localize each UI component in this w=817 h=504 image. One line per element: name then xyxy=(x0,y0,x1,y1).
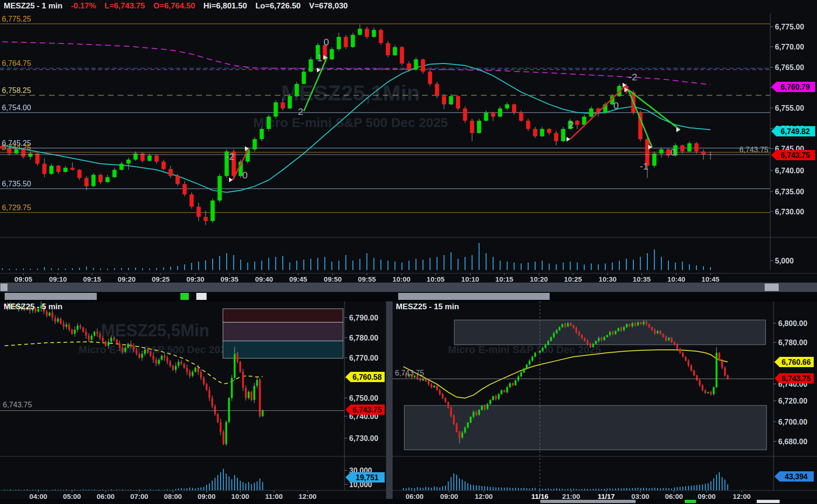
volume-bar xyxy=(570,489,571,490)
time-axis-label: 10:00 xyxy=(393,275,410,283)
candle-up xyxy=(414,59,418,70)
candle-up xyxy=(260,129,264,139)
volume-bar xyxy=(2,268,3,270)
candle-up xyxy=(120,163,124,170)
candle-up xyxy=(713,387,715,394)
candle-down xyxy=(690,366,692,371)
candle-down xyxy=(365,28,369,37)
candle-down xyxy=(428,71,432,84)
bottom-scrollbar-marker-white[interactable] xyxy=(757,500,780,503)
volume-bar xyxy=(451,477,452,490)
swing-count-label: 0 xyxy=(670,147,676,157)
candle-down xyxy=(43,163,47,174)
volume-bar xyxy=(526,488,527,490)
scrollbar-marker-white[interactable] xyxy=(196,293,207,300)
right-scrollbar-thumb[interactable] xyxy=(398,293,550,300)
volume-bar xyxy=(234,475,235,490)
top-scrollbar-thumb[interactable] xyxy=(765,284,779,291)
time-axis-label: 10:10 xyxy=(461,275,479,283)
volume-bar xyxy=(9,269,10,270)
candle-down xyxy=(222,432,224,444)
volume-bar xyxy=(411,488,412,490)
candle-down xyxy=(220,422,222,433)
candle-down xyxy=(679,349,681,353)
candle-down xyxy=(82,328,84,332)
candle-up xyxy=(539,351,541,353)
volume-bar xyxy=(657,488,658,490)
volume-bar xyxy=(663,488,664,490)
volume-bar xyxy=(675,263,676,270)
left-scrollbar-thumb[interactable] xyxy=(5,293,97,300)
candle-down xyxy=(718,353,720,361)
bottom-scrollbar-marker-green[interactable] xyxy=(685,500,696,503)
time-axis-label: 10:05 xyxy=(427,275,444,283)
volume-bar xyxy=(716,475,717,490)
candle-up xyxy=(603,337,605,340)
volume-bar xyxy=(518,488,519,490)
candle-down xyxy=(491,113,495,117)
candle-up xyxy=(124,348,126,352)
volume-bar xyxy=(156,268,157,270)
volume-bar xyxy=(563,263,564,270)
volume-bar xyxy=(191,263,192,270)
candle-down xyxy=(176,176,180,185)
volume-bar xyxy=(615,489,616,490)
volume-bar xyxy=(532,488,533,490)
bottom-scrollbar-thumb[interactable] xyxy=(540,500,636,503)
candle-down xyxy=(581,335,583,338)
candle-down xyxy=(99,175,103,182)
candle-down xyxy=(442,394,444,398)
volume-bar xyxy=(226,474,227,490)
candle-up xyxy=(550,337,552,341)
volume-bar xyxy=(570,262,571,270)
candle-down xyxy=(186,368,188,372)
volume-bar xyxy=(722,477,723,490)
candle-down xyxy=(578,332,580,335)
candle-up xyxy=(449,96,453,105)
volume-bar xyxy=(251,484,252,491)
volume-bar xyxy=(626,259,627,270)
volume-bar xyxy=(647,253,648,270)
candle-up xyxy=(598,338,600,341)
candle-up xyxy=(194,368,196,372)
candle-up xyxy=(561,129,566,141)
candle-up xyxy=(470,417,472,423)
volume-bar xyxy=(521,263,522,270)
candle-down xyxy=(704,390,706,393)
candle-down xyxy=(526,121,530,129)
volume-bar xyxy=(195,489,196,490)
volume-bar xyxy=(562,489,563,490)
price-level-label: 6,735.50 xyxy=(2,180,31,188)
candle-down xyxy=(79,326,81,327)
price-axis-label: 6,780.00 xyxy=(349,334,378,342)
candle-up xyxy=(659,149,664,154)
candle-up xyxy=(461,433,463,438)
volume-bar xyxy=(694,485,695,490)
candle-down xyxy=(105,342,107,346)
candle-up xyxy=(309,59,313,71)
candle-down xyxy=(197,368,199,372)
volume-bar xyxy=(58,269,59,270)
candle-up xyxy=(668,338,670,340)
time-axis-label: 09:55 xyxy=(358,275,376,283)
candle-up xyxy=(595,341,597,344)
volume-bar xyxy=(231,479,232,490)
candle-down xyxy=(183,184,187,194)
time-axis-label: 10:45 xyxy=(702,275,719,283)
candle-up xyxy=(716,353,717,387)
scrollbar-marker-green[interactable] xyxy=(180,293,189,300)
volume-bar xyxy=(595,489,596,490)
volume-bar xyxy=(528,263,529,270)
volume-bar xyxy=(259,479,260,491)
volume-bar xyxy=(192,488,193,490)
candle-down xyxy=(164,356,165,358)
top-scrollbar-left-button[interactable] xyxy=(0,284,7,291)
candle-down xyxy=(51,312,53,318)
volume-bar xyxy=(296,261,297,270)
candle-down xyxy=(612,332,614,334)
volume-bar xyxy=(598,264,599,270)
volume-bar xyxy=(573,489,574,490)
candle-down xyxy=(533,129,538,136)
volume-bar xyxy=(710,482,711,491)
time-axis-label: 09:45 xyxy=(289,275,307,283)
